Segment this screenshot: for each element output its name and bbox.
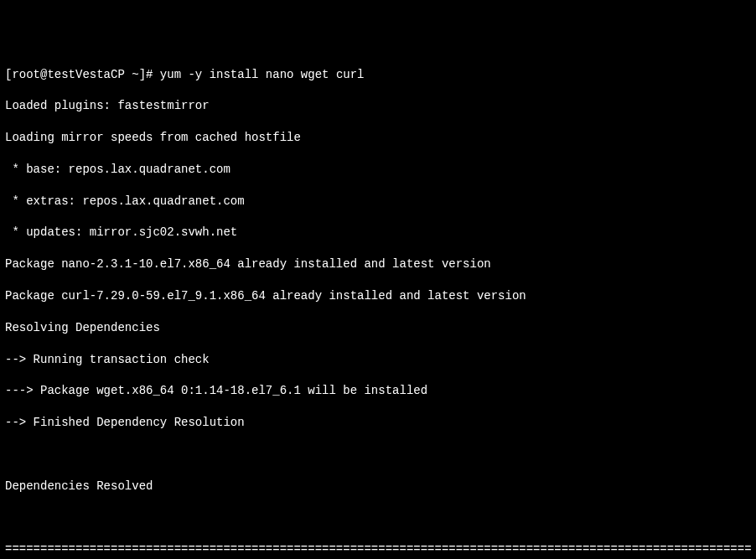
deps-resolved-label: Dependencies Resolved <box>5 479 751 494</box>
output-line: * extras: repos.lax.quadranet.com <box>5 194 751 210</box>
output-line: Loaded plugins: fastestmirror <box>5 98 751 114</box>
output-line: * base: repos.lax.quadranet.com <box>5 162 751 178</box>
shell-prompt: [root@testVestaCP ~]# <box>5 68 160 81</box>
output-line: Resolving Dependencies <box>5 320 751 336</box>
output-line: Package curl-7.29.0-59.el7_9.1.x86_64 al… <box>5 288 751 304</box>
command-text: yum -y install nano wget curl <box>160 68 365 81</box>
output-line: * updates: mirror.sjc02.svwh.net <box>5 225 751 241</box>
output-line: --> Running transaction check <box>5 352 751 368</box>
blank-line <box>5 510 751 526</box>
output-line: --> Finished Dependency Resolution <box>5 415 751 431</box>
output-line: Package nano-2.3.1-10.el7.x86_64 already… <box>5 256 751 272</box>
divider: ========================================… <box>5 541 751 557</box>
prompt-line: [root@testVestaCP ~]# yum -y install nan… <box>5 67 751 83</box>
output-line: ---> Package wget.x86_64 0:1.14-18.el7_6… <box>5 383 751 399</box>
output-line: Loading mirror speeds from cached hostfi… <box>5 130 751 146</box>
blank-line <box>5 447 751 463</box>
